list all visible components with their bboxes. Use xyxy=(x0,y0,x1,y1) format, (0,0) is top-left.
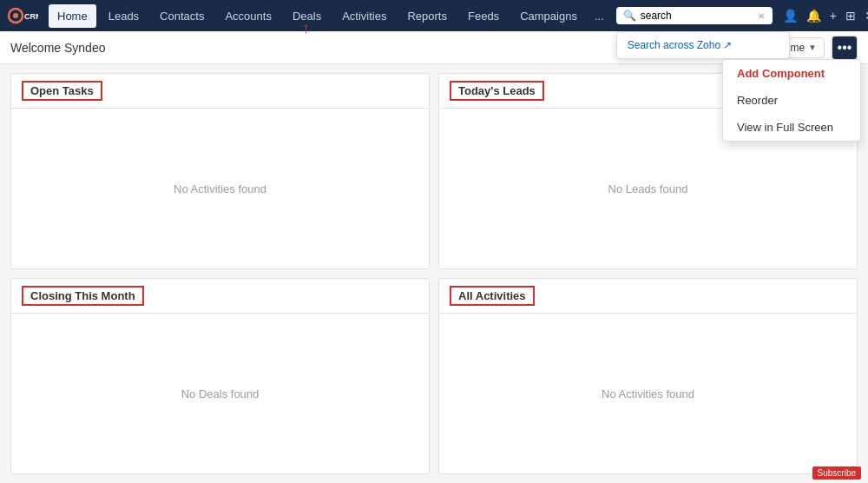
todays-leads-empty-text: No Leads found xyxy=(608,182,688,195)
search-clear-button[interactable]: ✕ xyxy=(758,11,765,21)
closing-this-month-empty-text: No Deals found xyxy=(181,387,260,400)
nav-item-feeds[interactable]: Feeds xyxy=(459,4,508,28)
crm-logo[interactable]: CRM xyxy=(7,7,38,24)
reorder-menu-item[interactable]: Reorder xyxy=(723,87,860,114)
more-options-button[interactable]: ••• xyxy=(832,36,858,60)
zoho-subscribe-badge[interactable]: Subscribe xyxy=(812,466,861,480)
nav-item-accounts[interactable]: Accounts xyxy=(216,4,279,28)
nav-item-home[interactable]: Home xyxy=(49,4,96,28)
svg-point-1 xyxy=(13,13,18,18)
closing-this-month-header: Closing This Month xyxy=(11,279,429,314)
search-bar: 🔍 ✕ xyxy=(616,7,773,24)
close-icon[interactable]: ✕ xyxy=(863,7,868,24)
search-across-zoho-link[interactable]: Search across Zoho ↗ xyxy=(628,39,779,51)
closing-this-month-widget: Closing This Month No Deals found xyxy=(10,278,430,474)
nav-more-button[interactable]: ... xyxy=(589,6,609,26)
view-fullscreen-menu-item[interactable]: View in Full Screen xyxy=(723,114,860,141)
arrow-indicator xyxy=(302,19,310,37)
open-tasks-empty-text: No Activities found xyxy=(174,182,266,195)
add-component-menu-item[interactable]: Add Component xyxy=(723,60,860,87)
svg-text:CRM: CRM xyxy=(24,12,38,21)
apps-icon[interactable]: ⊞ xyxy=(844,7,858,24)
open-tasks-widget: Open Tasks No Activities found xyxy=(10,73,430,269)
welcome-text: Welcome Syndeo xyxy=(10,41,105,55)
open-tasks-header: Open Tasks xyxy=(11,74,429,109)
nav-item-campaigns[interactable]: Campaigns xyxy=(511,4,586,28)
add-icon[interactable]: + xyxy=(828,7,838,24)
todays-leads-title: Today's Leads xyxy=(450,81,544,101)
closing-this-month-title: Closing This Month xyxy=(22,286,144,306)
top-navigation: CRM Home Leads Contacts Accounts Deals A… xyxy=(0,0,868,31)
search-input[interactable] xyxy=(641,10,753,22)
nav-icons: 👤 🔔 + ⊞ ✕ S ⋮⋮ xyxy=(781,7,868,24)
all-activities-header: All Activities xyxy=(439,279,857,314)
dropdown-menu: Add Component Reorder View in Full Scree… xyxy=(722,59,861,142)
open-tasks-title: Open Tasks xyxy=(22,81,102,101)
all-activities-title: All Activities xyxy=(450,286,535,306)
nav-item-leads[interactable]: Leads xyxy=(100,4,148,28)
contacts-icon[interactable]: 👤 xyxy=(781,7,799,24)
closing-this-month-body: No Deals found xyxy=(11,314,429,473)
ellipsis-icon: ••• xyxy=(838,40,852,56)
all-activities-body: No Activities found xyxy=(439,314,857,473)
nav-item-contacts[interactable]: Contacts xyxy=(151,4,213,28)
all-activities-empty-text: No Activities found xyxy=(602,387,694,400)
nav-item-activities[interactable]: Activities xyxy=(333,4,395,28)
all-activities-widget: All Activities No Activities found xyxy=(438,278,858,474)
nav-item-reports[interactable]: Reports xyxy=(398,4,456,28)
search-dropdown: Search across Zoho ↗ xyxy=(616,31,790,59)
search-icon: 🔍 xyxy=(623,10,636,22)
search-wrapper: 🔍 ✕ Search across Zoho ↗ xyxy=(616,7,773,24)
notifications-icon[interactable]: 🔔 xyxy=(805,7,823,24)
open-tasks-body: No Activities found xyxy=(11,109,429,268)
home-selector-arrow: ▼ xyxy=(808,43,817,52)
